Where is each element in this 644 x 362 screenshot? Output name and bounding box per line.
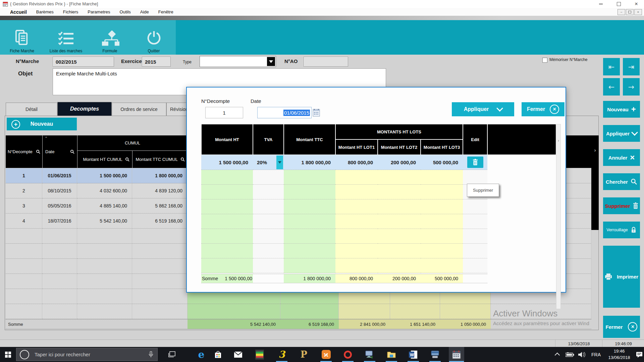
m-header-lot2[interactable]: Montant HT LOT2: [378, 139, 421, 155]
taskbar-edge[interactable]: e: [194, 347, 209, 362]
table-cell[interactable]: 1 500 000,00: [77, 168, 132, 183]
table-cell[interactable]: 1 800 000,00: [132, 168, 187, 183]
table-cell[interactable]: [253, 170, 284, 185]
scroll-arrow-icon[interactable]: ›: [556, 138, 560, 142]
table-cell[interactable]: [6, 274, 42, 289]
table-cell[interactable]: [378, 214, 421, 229]
table-cell[interactable]: [463, 244, 487, 258]
column-scroll-strip[interactable]: ›: [591, 135, 599, 230]
cell-ht[interactable]: 1 500 000,00: [201, 155, 253, 170]
mdi-restore-button[interactable]: [626, 9, 634, 15]
table-cell[interactable]: [463, 199, 487, 214]
table-cell[interactable]: 4: [6, 214, 42, 229]
taskbar-file-explorer[interactable]: [384, 347, 399, 362]
taskbar-remote-pc[interactable]: x: [362, 347, 377, 362]
n-marche-field[interactable]: 002/2015: [53, 57, 114, 67]
menu-parametres[interactable]: Parametres: [83, 9, 115, 14]
taskbar-powerbuilder[interactable]: P: [297, 347, 311, 362]
table-cell[interactable]: [335, 170, 378, 185]
table-cell[interactable]: 4 839 120,00: [132, 183, 187, 198]
dialog-empty-row[interactable]: [201, 244, 487, 258]
calendar-picker-icon[interactable]: [313, 108, 320, 117]
table-cell[interactable]: [463, 258, 487, 273]
table-cell[interactable]: 1: [6, 168, 42, 183]
dialog-empty-row[interactable]: [201, 229, 487, 244]
table-cell[interactable]: [284, 258, 335, 273]
sidebar-nouveau-button[interactable]: Nouveau+: [603, 101, 640, 118]
tab-detail[interactable]: Détail: [6, 103, 57, 116]
go-next-button[interactable]: →: [623, 78, 640, 96]
start-button[interactable]: [0, 347, 16, 362]
sidebar-fermer-button[interactable]: Fermer×: [603, 316, 640, 338]
dialog-empty-row[interactable]: [201, 214, 487, 229]
table-cell[interactable]: [201, 244, 253, 258]
taskbar-camtasia[interactable]: [252, 347, 267, 362]
table-cell[interactable]: [284, 199, 335, 214]
table-cell[interactable]: 3: [6, 198, 42, 214]
table-cell[interactable]: [201, 185, 253, 199]
table-cell[interactable]: [421, 244, 463, 258]
table-cell[interactable]: 5 542 140,00: [77, 214, 132, 229]
table-cell[interactable]: [132, 244, 187, 259]
scroll-right-icon[interactable]: ›: [591, 147, 599, 153]
table-cell[interactable]: [253, 244, 284, 258]
table-cell[interactable]: 2: [6, 183, 42, 198]
taskbar-opera[interactable]: [340, 347, 355, 362]
taskbar-windev[interactable]: 3: [274, 347, 289, 362]
m-header-lot1[interactable]: Montant HT LOT1: [335, 139, 378, 155]
dialog-empty-row[interactable]: [201, 170, 487, 185]
table-cell[interactable]: 5 862 168,00: [132, 198, 187, 214]
m-header-tva[interactable]: TVA: [253, 124, 284, 155]
table-cell[interactable]: [335, 258, 378, 273]
table-cell[interactable]: [77, 289, 132, 304]
tab-decomptes[interactable]: Decomptes: [57, 102, 112, 116]
header-ht-cumul[interactable]: Montant HT CUMUL: [77, 151, 132, 168]
table-cell[interactable]: [421, 170, 463, 185]
m-header-ht[interactable]: Montant HT: [201, 124, 253, 155]
table-cell[interactable]: [440, 304, 491, 319]
table-cell[interactable]: [421, 199, 463, 214]
dialog-appliquer-button[interactable]: Appliquer: [452, 102, 514, 116]
menu-accueil[interactable]: Accueil: [0, 9, 32, 15]
sidebar-annuler-button[interactable]: Annuler×: [603, 149, 640, 166]
table-cell[interactable]: [421, 229, 463, 244]
table-cell[interactable]: [77, 304, 132, 319]
table-cell[interactable]: 01/06/2015: [42, 168, 77, 183]
search-icon[interactable]: [125, 157, 129, 162]
table-cell[interactable]: [42, 304, 77, 319]
table-cell[interactable]: [253, 185, 284, 199]
close-button[interactable]: ×: [629, 0, 644, 8]
menu-fichiers[interactable]: Fichiers: [58, 9, 83, 14]
sidebar-supprimer-button[interactable]: Supprimer: [603, 197, 640, 214]
table-cell[interactable]: [6, 289, 42, 304]
dialog-empty-row[interactable]: [201, 258, 487, 273]
table-cell[interactable]: [280, 304, 339, 319]
taskbar-store[interactable]: [211, 347, 225, 362]
table-cell[interactable]: [132, 259, 187, 274]
table-cell[interactable]: [42, 259, 77, 274]
task-view-button[interactable]: [165, 347, 178, 362]
table-cell[interactable]: [6, 304, 42, 319]
table-cell[interactable]: [335, 214, 378, 229]
table-cell[interactable]: [335, 229, 378, 244]
sidebar-imprimer-button[interactable]: Imprimer: [603, 246, 640, 308]
table-cell[interactable]: [77, 244, 132, 259]
taskbar-mail[interactable]: [231, 347, 246, 362]
toolbar-liste-marches-button[interactable]: Liste des marches: [44, 20, 88, 55]
taskbar-pc-config[interactable]: [428, 347, 442, 362]
nouveau-decompte-button[interactable]: + Nouveau: [7, 118, 77, 130]
chevron-down-icon[interactable]: [267, 57, 275, 66]
table-cell[interactable]: [77, 259, 132, 274]
table-cell[interactable]: [335, 244, 378, 258]
table-cell[interactable]: [421, 185, 463, 199]
m-header-ttc[interactable]: Montant TTC: [284, 124, 335, 155]
table-cell[interactable]: [187, 304, 280, 319]
m-header-lot3[interactable]: Montant HT LOT3: [421, 139, 463, 155]
table-cell[interactable]: 05/05/2016: [42, 198, 77, 214]
table-cell[interactable]: 18/07/2016: [42, 214, 77, 229]
tray-battery[interactable]: [564, 347, 576, 362]
tray-volume[interactable]: [576, 347, 588, 362]
toolbar-fiche-marche-button[interactable]: Fiche Marche: [0, 20, 44, 55]
menu-aide[interactable]: Aide: [136, 9, 154, 14]
notification-center-button[interactable]: [635, 347, 644, 362]
